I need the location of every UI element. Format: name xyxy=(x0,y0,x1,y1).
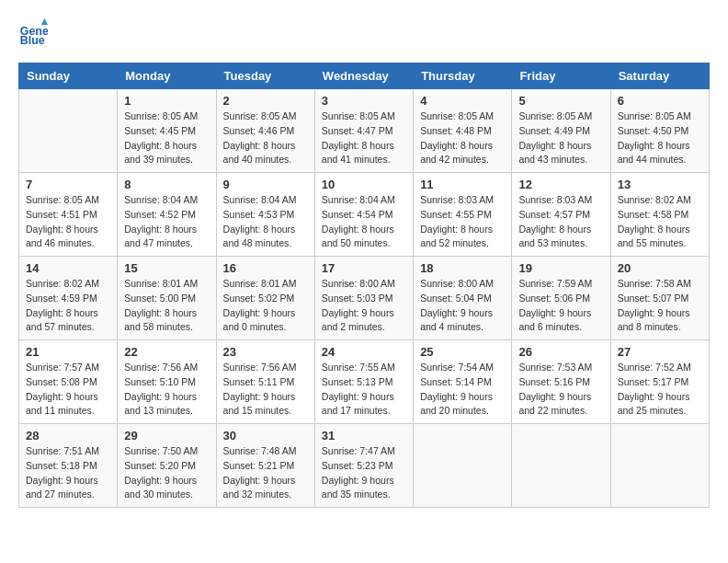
day-cell: 25Sunrise: 7:54 AMSunset: 5:14 PMDayligh… xyxy=(414,340,512,424)
day-number: 23 xyxy=(223,345,308,359)
day-cell: 20Sunrise: 7:58 AMSunset: 5:07 PMDayligh… xyxy=(610,257,709,340)
day-number: 28 xyxy=(26,429,110,442)
day-cell xyxy=(414,424,512,508)
day-info: Sunrise: 8:05 AMSunset: 4:46 PMDaylight:… xyxy=(223,109,308,167)
day-info: Sunrise: 8:00 AMSunset: 5:03 PMDaylight:… xyxy=(322,277,406,335)
day-cell: 18Sunrise: 8:00 AMSunset: 5:04 PMDayligh… xyxy=(414,257,512,340)
day-cell xyxy=(512,424,610,508)
day-info: Sunrise: 7:47 AMSunset: 5:23 PMDaylight:… xyxy=(322,444,406,502)
day-cell: 6Sunrise: 8:05 AMSunset: 4:50 PMDaylight… xyxy=(610,89,709,173)
day-number: 20 xyxy=(618,261,702,275)
day-number: 12 xyxy=(518,178,603,191)
day-info: Sunrise: 8:05 AMSunset: 4:47 PMDaylight:… xyxy=(322,109,406,167)
day-info: Sunrise: 7:55 AMSunset: 5:13 PMDaylight:… xyxy=(322,361,406,419)
day-number: 9 xyxy=(223,178,308,191)
day-cell: 26Sunrise: 7:53 AMSunset: 5:16 PMDayligh… xyxy=(512,340,610,424)
logo: General Blue xyxy=(18,18,51,48)
day-cell xyxy=(19,89,118,173)
day-info: Sunrise: 8:04 AMSunset: 4:53 PMDaylight:… xyxy=(223,193,308,251)
day-number: 22 xyxy=(124,345,209,359)
day-info: Sunrise: 8:05 AMSunset: 4:51 PMDaylight:… xyxy=(26,193,110,251)
day-number: 15 xyxy=(124,261,209,275)
day-number: 1 xyxy=(124,94,209,108)
day-info: Sunrise: 8:05 AMSunset: 4:48 PMDaylight:… xyxy=(420,109,505,167)
day-info: Sunrise: 7:48 AMSunset: 5:21 PMDaylight:… xyxy=(223,444,308,502)
day-info: Sunrise: 8:05 AMSunset: 4:50 PMDaylight:… xyxy=(618,109,702,167)
week-row-3: 14Sunrise: 8:02 AMSunset: 4:59 PMDayligh… xyxy=(19,257,710,340)
day-info: Sunrise: 7:52 AMSunset: 5:17 PMDaylight:… xyxy=(618,361,702,419)
svg-text:Blue: Blue xyxy=(20,34,45,47)
day-cell: 10Sunrise: 8:04 AMSunset: 4:54 PMDayligh… xyxy=(314,173,413,257)
day-number: 18 xyxy=(420,261,505,275)
day-cell: 21Sunrise: 7:57 AMSunset: 5:08 PMDayligh… xyxy=(19,340,118,424)
day-cell: 17Sunrise: 8:00 AMSunset: 5:03 PMDayligh… xyxy=(314,257,413,340)
col-header-friday: Friday xyxy=(512,63,610,89)
day-number: 7 xyxy=(26,178,110,191)
svg-marker-2 xyxy=(41,18,48,25)
day-number: 26 xyxy=(518,345,603,359)
day-cell: 30Sunrise: 7:48 AMSunset: 5:21 PMDayligh… xyxy=(216,424,314,508)
day-info: Sunrise: 7:56 AMSunset: 5:10 PMDaylight:… xyxy=(124,361,209,419)
day-cell: 15Sunrise: 8:01 AMSunset: 5:00 PMDayligh… xyxy=(118,257,216,340)
day-info: Sunrise: 8:05 AMSunset: 4:49 PMDaylight:… xyxy=(518,109,603,167)
day-info: Sunrise: 8:05 AMSunset: 4:45 PMDaylight:… xyxy=(124,109,209,167)
day-number: 29 xyxy=(124,429,209,442)
day-info: Sunrise: 7:57 AMSunset: 5:08 PMDaylight:… xyxy=(26,361,110,419)
day-number: 11 xyxy=(420,178,505,191)
day-info: Sunrise: 7:51 AMSunset: 5:18 PMDaylight:… xyxy=(26,444,110,502)
day-number: 21 xyxy=(26,345,110,359)
day-number: 2 xyxy=(223,94,308,108)
day-number: 30 xyxy=(223,429,308,442)
day-number: 10 xyxy=(322,178,406,191)
day-number: 16 xyxy=(223,261,308,275)
logo-icon: General Blue xyxy=(18,18,48,48)
col-header-sunday: Sunday xyxy=(19,63,118,89)
day-info: Sunrise: 8:02 AMSunset: 4:58 PMDaylight:… xyxy=(618,193,702,251)
day-cell: 29Sunrise: 7:50 AMSunset: 5:20 PMDayligh… xyxy=(118,424,216,508)
day-number: 19 xyxy=(518,261,603,275)
day-cell: 16Sunrise: 8:01 AMSunset: 5:02 PMDayligh… xyxy=(216,257,314,340)
col-header-wednesday: Wednesday xyxy=(314,63,413,89)
day-info: Sunrise: 7:56 AMSunset: 5:11 PMDaylight:… xyxy=(223,361,308,419)
day-number: 13 xyxy=(618,178,702,191)
week-row-5: 28Sunrise: 7:51 AMSunset: 5:18 PMDayligh… xyxy=(19,424,710,508)
day-cell: 12Sunrise: 8:03 AMSunset: 4:57 PMDayligh… xyxy=(512,173,610,257)
day-cell: 3Sunrise: 8:05 AMSunset: 4:47 PMDaylight… xyxy=(314,89,413,173)
day-info: Sunrise: 8:02 AMSunset: 4:59 PMDaylight:… xyxy=(26,277,110,335)
day-number: 4 xyxy=(420,94,505,108)
day-cell: 7Sunrise: 8:05 AMSunset: 4:51 PMDaylight… xyxy=(19,173,118,257)
day-cell: 28Sunrise: 7:51 AMSunset: 5:18 PMDayligh… xyxy=(19,424,118,508)
day-info: Sunrise: 7:54 AMSunset: 5:14 PMDaylight:… xyxy=(420,361,505,419)
col-header-saturday: Saturday xyxy=(610,63,709,89)
day-number: 17 xyxy=(322,261,406,275)
week-row-1: 1Sunrise: 8:05 AMSunset: 4:45 PMDaylight… xyxy=(19,89,710,173)
week-row-4: 21Sunrise: 7:57 AMSunset: 5:08 PMDayligh… xyxy=(19,340,710,424)
day-cell: 5Sunrise: 8:05 AMSunset: 4:49 PMDaylight… xyxy=(512,89,610,173)
day-cell xyxy=(610,424,709,508)
day-cell: 9Sunrise: 8:04 AMSunset: 4:53 PMDaylight… xyxy=(216,173,314,257)
day-info: Sunrise: 7:50 AMSunset: 5:20 PMDaylight:… xyxy=(124,444,209,502)
day-cell: 1Sunrise: 8:05 AMSunset: 4:45 PMDaylight… xyxy=(118,89,216,173)
day-info: Sunrise: 7:58 AMSunset: 5:07 PMDaylight:… xyxy=(618,277,702,335)
day-cell: 31Sunrise: 7:47 AMSunset: 5:23 PMDayligh… xyxy=(314,424,413,508)
day-info: Sunrise: 8:04 AMSunset: 4:52 PMDaylight:… xyxy=(124,193,209,251)
day-cell: 14Sunrise: 8:02 AMSunset: 4:59 PMDayligh… xyxy=(19,257,118,340)
col-header-monday: Monday xyxy=(118,63,216,89)
page-header: General Blue xyxy=(18,18,710,48)
week-row-2: 7Sunrise: 8:05 AMSunset: 4:51 PMDaylight… xyxy=(19,173,710,257)
col-header-thursday: Thursday xyxy=(414,63,512,89)
day-number: 24 xyxy=(322,345,406,359)
day-cell: 27Sunrise: 7:52 AMSunset: 5:17 PMDayligh… xyxy=(610,340,709,424)
day-cell: 23Sunrise: 7:56 AMSunset: 5:11 PMDayligh… xyxy=(216,340,314,424)
day-info: Sunrise: 8:01 AMSunset: 5:00 PMDaylight:… xyxy=(124,277,209,335)
day-info: Sunrise: 7:53 AMSunset: 5:16 PMDaylight:… xyxy=(518,361,603,419)
day-cell: 4Sunrise: 8:05 AMSunset: 4:48 PMDaylight… xyxy=(414,89,512,173)
day-info: Sunrise: 8:01 AMSunset: 5:02 PMDaylight:… xyxy=(223,277,308,335)
day-cell: 22Sunrise: 7:56 AMSunset: 5:10 PMDayligh… xyxy=(118,340,216,424)
day-number: 8 xyxy=(124,178,209,191)
day-info: Sunrise: 7:59 AMSunset: 5:06 PMDaylight:… xyxy=(518,277,603,335)
day-number: 31 xyxy=(322,429,406,442)
day-cell: 8Sunrise: 8:04 AMSunset: 4:52 PMDaylight… xyxy=(118,173,216,257)
day-cell: 11Sunrise: 8:03 AMSunset: 4:55 PMDayligh… xyxy=(414,173,512,257)
day-number: 14 xyxy=(26,261,110,275)
